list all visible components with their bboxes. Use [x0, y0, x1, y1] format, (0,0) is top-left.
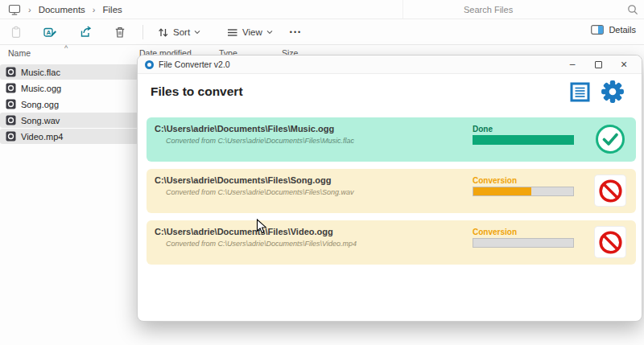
view-lines-icon — [226, 27, 238, 39]
details-label: Details — [609, 25, 636, 35]
media-file-icon — [6, 131, 16, 142]
details-pane-icon — [591, 25, 604, 35]
settings-button[interactable] — [601, 80, 625, 107]
minimize-button[interactable]: – — [559, 56, 585, 72]
media-file-icon — [6, 83, 16, 93]
svg-text:A: A — [47, 29, 52, 36]
progress-bar — [473, 238, 574, 248]
sort-label: Sort — [173, 27, 190, 37]
file-row[interactable]: Song.ogg — [0, 97, 138, 112]
sort-ascending-icon: ^ — [64, 44, 68, 52]
maximize-icon — [595, 61, 602, 68]
conversion-list: C:\Users\adrie\Documents\Files\Music.ogg… — [147, 117, 636, 272]
file-name: Music.ogg — [21, 84, 61, 93]
this-pc-icon[interactable] — [8, 3, 21, 16]
status-label: Conversion — [473, 228, 574, 236]
prohibition-icon — [598, 179, 623, 203]
column-header-name[interactable]: Name — [8, 48, 31, 58]
toolbar-divider — [142, 25, 143, 39]
conversion-row[interactable]: C:\Users\adrie\Documents\Files\Music.ogg… — [147, 117, 636, 162]
file-name: Song.ogg — [21, 100, 59, 109]
source-path: Converted from C:\Users\adrie\Documents\… — [166, 137, 473, 145]
dialog-title: File Converter v2.0 — [159, 60, 559, 69]
progress-bar — [473, 187, 574, 196]
progress-bar — [473, 135, 574, 145]
conversion-log-button[interactable] — [570, 82, 590, 105]
view-label: View — [242, 27, 262, 37]
page-title: Files to convert — [151, 84, 243, 99]
search-icon[interactable] — [627, 4, 638, 15]
maximize-button[interactable] — [585, 56, 611, 72]
paste-icon[interactable] — [4, 23, 28, 42]
dialog-titlebar[interactable]: File Converter v2.0 – × — [138, 55, 642, 74]
cancel-conversion-button[interactable] — [595, 175, 625, 206]
search-placeholder: Search Files — [464, 5, 627, 14]
close-button[interactable]: × — [611, 56, 637, 72]
file-row[interactable]: Music.ogg — [0, 80, 138, 96]
target-path: C:\Users\adrie\Documents\Files\Music.ogg — [155, 124, 473, 133]
file-converter-window: File Converter v2.0 – × Files to convert — [137, 55, 642, 322]
sort-arrows-icon — [157, 27, 169, 39]
chevron-down-icon — [194, 30, 200, 35]
sort-button[interactable]: Sort — [151, 24, 206, 41]
file-row[interactable]: Music.flac — [0, 64, 138, 80]
breadcrumb-item-documents[interactable]: Documents — [39, 5, 85, 14]
media-file-icon — [6, 67, 16, 77]
details-button[interactable]: Details — [591, 25, 636, 35]
cancel-conversion-button[interactable] — [595, 227, 625, 257]
progress-block: Conversion — [473, 176, 574, 196]
app-logo-icon — [145, 60, 154, 69]
more-options-button[interactable]: ••• — [290, 28, 302, 36]
gear-icon — [601, 80, 625, 104]
mouse-cursor — [256, 219, 267, 238]
progress-block: Conversion — [473, 228, 574, 248]
conversion-paths: C:\Users\adrie\Documents\Files\Music.ogg… — [147, 117, 473, 145]
media-file-icon — [6, 99, 16, 109]
file-name: Music.flac — [21, 68, 60, 77]
breadcrumb-separator-icon: › — [93, 5, 96, 14]
breadcrumb-item-files[interactable]: Files — [103, 5, 122, 14]
progress-block: Done — [473, 125, 574, 145]
status-label: Done — [473, 125, 574, 133]
conversion-paths: C:\Users\adrie\Documents\Files\Video.ogg… — [147, 220, 473, 248]
chevron-down-icon — [266, 30, 273, 35]
source-path: Converted from C:\Users\adrie\Documents\… — [166, 240, 473, 248]
view-button[interactable]: View — [221, 24, 279, 41]
share-icon[interactable] — [73, 23, 97, 42]
file-name: Song.wav — [21, 116, 60, 125]
conversion-row[interactable]: C:\Users\adrie\Documents\Files\Video.ogg… — [147, 220, 636, 265]
log-list-icon — [570, 82, 590, 102]
file-row[interactable]: Song.wav — [0, 113, 138, 128]
prohibition-icon — [598, 230, 623, 255]
conversion-row[interactable]: C:\Users\adrie\Documents\Files\Song.ogg … — [147, 169, 636, 213]
target-path: C:\Users\adrie\Documents\Files\Video.ogg — [155, 227, 473, 236]
target-path: C:\Users\adrie\Documents\Files\Song.ogg — [155, 175, 473, 185]
source-path: Converted from C:\Users\adrie\Documents\… — [166, 188, 473, 196]
breadcrumb: › Documents › Files Search Files — [0, 0, 644, 19]
success-check-icon — [595, 124, 625, 154]
file-row[interactable]: Video.mp4 — [0, 129, 138, 144]
explorer-toolbar: A — [0, 20, 644, 45]
file-list: Music.flac Music.ogg Song.ogg Song.wav V… — [0, 64, 138, 145]
file-name: Video.mp4 — [21, 132, 63, 142]
conversion-paths: C:\Users\adrie\Documents\Files\Song.ogg … — [147, 169, 473, 196]
breadcrumb-separator-icon: › — [28, 5, 31, 14]
search-input[interactable]: Search Files — [402, 0, 644, 18]
media-file-icon — [6, 115, 16, 125]
rename-icon[interactable]: A — [39, 23, 63, 42]
delete-icon[interactable] — [108, 23, 132, 42]
screen: › Documents › Files Search Files — [0, 0, 644, 345]
status-label: Conversion — [473, 176, 574, 185]
